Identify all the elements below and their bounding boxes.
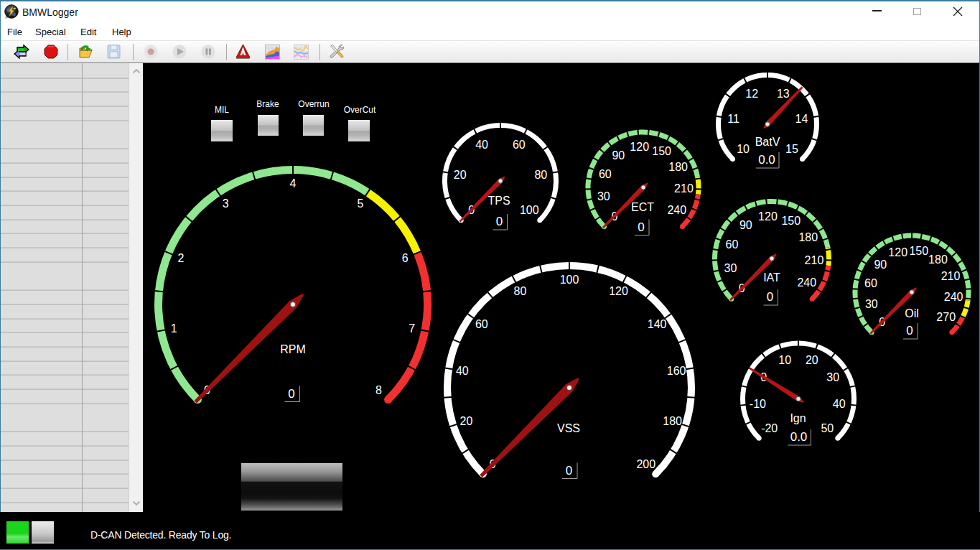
svg-text:-10: -10 [750,398,766,410]
svg-text:80: 80 [534,169,547,181]
svg-text:140: 140 [648,318,667,330]
svg-text:20: 20 [459,415,472,427]
svg-text:15: 15 [785,143,798,155]
svg-text:40: 40 [456,365,469,377]
svg-text:80: 80 [514,285,527,297]
svg-text:ECT: ECT [631,201,654,213]
svg-text:240: 240 [944,291,963,303]
svg-text:180: 180 [668,161,688,173]
svg-text:0: 0 [767,290,773,304]
svg-text:13: 13 [777,88,790,100]
svg-text:0: 0 [496,215,503,228]
svg-text:210: 210 [805,254,824,266]
svg-text:VSS: VSS [557,422,580,434]
svg-text:0: 0 [566,464,572,477]
svg-text:8: 8 [375,384,382,396]
svg-text:60: 60 [599,168,612,180]
svg-text:14: 14 [795,113,808,125]
svg-text:30: 30 [865,298,878,310]
svg-text:7: 7 [409,322,415,335]
svg-text:180: 180 [663,415,682,427]
svg-text:60: 60 [475,318,488,330]
svg-text:100: 100 [520,204,539,216]
svg-text:RPM: RPM [280,343,306,355]
svg-text:0: 0 [906,324,913,337]
svg-text:120: 120 [888,246,907,258]
svg-text:TPS: TPS [487,195,510,207]
svg-text:160: 160 [667,365,686,377]
svg-text:180: 180 [928,253,948,266]
svg-text:Oil: Oil [905,307,919,320]
svg-text:40: 40 [475,139,488,151]
svg-text:10: 10 [737,143,750,155]
svg-text:210: 210 [941,270,961,282]
svg-text:120: 120 [609,285,628,297]
svg-text:2: 2 [177,252,184,264]
svg-text:150: 150 [781,215,801,227]
svg-text:BatV: BatV [755,136,780,148]
svg-text:10: 10 [778,354,791,366]
svg-text:40: 40 [833,398,846,410]
svg-text:IAT: IAT [763,271,780,284]
svg-text:20: 20 [806,354,818,366]
svg-text:0: 0 [288,387,294,401]
svg-text:60: 60 [864,277,877,289]
svg-text:60: 60 [726,238,739,251]
svg-text:5: 5 [357,197,363,210]
svg-text:90: 90 [874,258,887,271]
svg-text:60: 60 [513,139,526,151]
svg-text:120: 120 [758,210,778,223]
svg-text:210: 210 [674,182,694,195]
svg-text:0.0: 0.0 [758,153,775,167]
svg-text:1: 1 [171,322,177,335]
svg-text:30: 30 [826,371,839,383]
svg-text:90: 90 [612,149,625,162]
svg-text:150: 150 [652,145,671,157]
svg-text:200: 200 [636,458,655,470]
svg-text:50: 50 [821,422,834,434]
svg-text:0: 0 [638,220,644,234]
svg-text:20: 20 [454,169,467,181]
svg-text:30: 30 [597,190,610,202]
svg-text:270: 270 [936,311,956,323]
svg-text:180: 180 [798,231,818,243]
svg-text:100: 100 [560,274,579,286]
svg-text:240: 240 [797,276,816,289]
svg-text:4: 4 [290,177,297,190]
svg-text:12: 12 [745,88,758,100]
svg-text:0.0: 0.0 [790,430,808,444]
svg-text:3: 3 [223,197,229,210]
svg-text:Ign: Ign [790,412,806,424]
svg-text:240: 240 [667,204,686,216]
svg-text:90: 90 [739,219,752,231]
svg-text:30: 30 [724,262,737,274]
svg-text:6: 6 [402,252,409,264]
svg-text:11: 11 [727,113,739,125]
svg-text:-20: -20 [761,422,778,434]
svg-text:150: 150 [909,245,928,257]
svg-text:120: 120 [630,141,649,153]
